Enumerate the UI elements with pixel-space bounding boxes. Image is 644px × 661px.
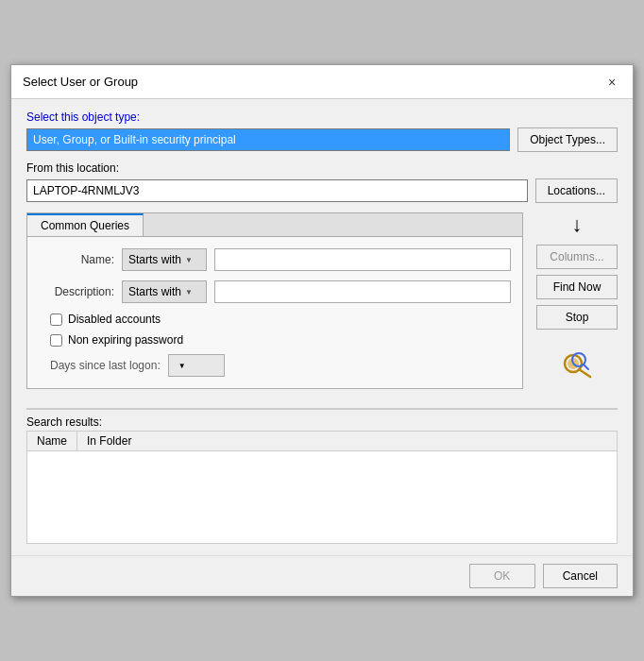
- ok-button[interactable]: OK: [469, 564, 535, 588]
- bottom-buttons: OK Cancel: [11, 555, 633, 596]
- dialog-title: Select User or Group: [23, 75, 138, 89]
- svg-line-4: [584, 364, 588, 369]
- object-types-button[interactable]: Object Types...: [517, 127, 618, 152]
- dialog-body: Select this object type: Object Types...…: [11, 99, 633, 555]
- tab-common-queries[interactable]: Common Queries: [27, 213, 144, 236]
- results-col-name[interactable]: Name: [27, 432, 77, 450]
- search-icon: [558, 345, 596, 382]
- description-label: Description:: [39, 285, 114, 298]
- common-queries-panel: Common Queries Name: Starts with ▼: [26, 212, 523, 398]
- object-type-row: Object Types...: [26, 127, 618, 152]
- search-icon-area: [536, 345, 618, 382]
- days-label: Days since last logon:: [50, 359, 161, 372]
- description-row: Description: Starts with ▼: [39, 280, 511, 303]
- disabled-accounts-row: Disabled accounts: [39, 313, 511, 326]
- name-input[interactable]: [214, 248, 511, 271]
- svg-line-2: [579, 369, 590, 377]
- search-results-section: Search results: Name In Folder: [26, 408, 618, 544]
- object-type-label: Select this object type:: [26, 110, 618, 124]
- description-input[interactable]: [214, 280, 511, 303]
- stop-button[interactable]: Stop: [536, 305, 618, 330]
- panel-content: Name: Starts with ▼ Description: Starts: [27, 237, 522, 388]
- name-filter-dropdown[interactable]: Starts with ▼: [122, 248, 207, 271]
- non-expiring-checkbox[interactable]: [50, 334, 62, 347]
- results-header: Name In Folder: [27, 432, 617, 451]
- columns-button[interactable]: Columns...: [536, 245, 618, 269]
- name-filter-value: Starts with: [128, 253, 181, 266]
- location-row: Locations...: [26, 178, 618, 203]
- right-button-column: ↓ Columns... Find Now Stop: [533, 212, 618, 398]
- non-expiring-row: Non expiring password: [39, 333, 511, 347]
- panel-and-buttons: Common Queries Name: Starts with ▼: [26, 212, 618, 398]
- find-now-button[interactable]: Find Now: [536, 275, 618, 299]
- days-arrow: ▼: [178, 362, 186, 370]
- results-col-folder[interactable]: In Folder: [77, 432, 141, 450]
- cancel-button[interactable]: Cancel: [543, 564, 618, 588]
- description-filter-value: Starts with: [128, 285, 181, 298]
- arrow-indicator: ↓: [536, 212, 618, 237]
- description-filter-dropdown[interactable]: Starts with ▼: [122, 280, 207, 303]
- down-arrow-icon: ↓: [572, 212, 583, 237]
- dialog: Select User or Group × Select this objec…: [10, 64, 634, 597]
- name-filter-arrow: ▼: [185, 256, 193, 264]
- disabled-accounts-label: Disabled accounts: [68, 313, 161, 326]
- name-row: Name: Starts with ▼: [39, 248, 511, 271]
- locations-button[interactable]: Locations...: [535, 178, 618, 203]
- results-area: Name In Folder: [26, 431, 618, 544]
- non-expiring-label: Non expiring password: [68, 333, 183, 347]
- days-row: Days since last logon: ▼: [39, 354, 511, 377]
- search-results-label: Search results:: [26, 415, 102, 429]
- title-bar: Select User or Group ×: [11, 65, 633, 99]
- disabled-accounts-checkbox[interactable]: [50, 314, 62, 326]
- days-dropdown[interactable]: ▼: [168, 354, 225, 377]
- object-type-input[interactable]: [26, 128, 510, 151]
- location-label: From this location:: [26, 161, 618, 175]
- description-filter-arrow: ▼: [185, 288, 193, 297]
- close-button[interactable]: ×: [602, 73, 621, 92]
- name-label: Name:: [39, 253, 114, 266]
- location-input[interactable]: [26, 179, 528, 202]
- tab-row: Common Queries: [27, 213, 522, 237]
